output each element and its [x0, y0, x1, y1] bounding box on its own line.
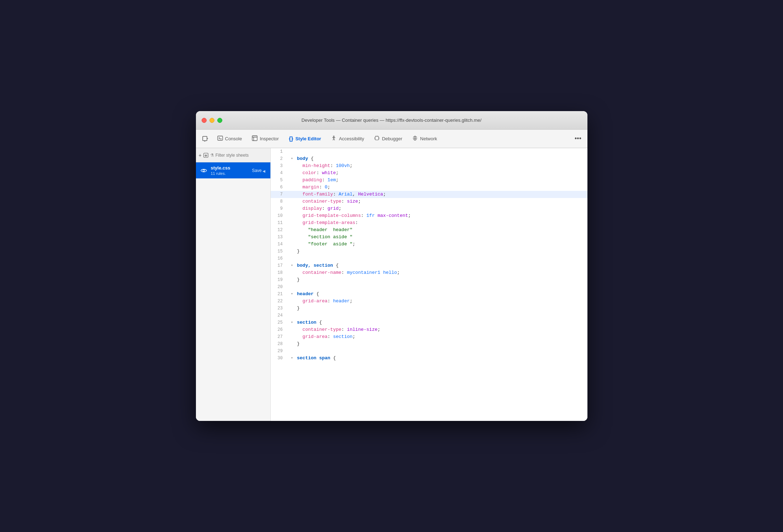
filter-input[interactable]	[216, 153, 269, 158]
code-line: 27 grid-area: section;	[271, 333, 587, 340]
save-button[interactable]: Save	[250, 167, 264, 174]
line-content[interactable]: "section aside "	[296, 234, 587, 241]
network-tab-label: Network	[420, 136, 437, 141]
line-content[interactable]: body {	[296, 155, 587, 162]
debugger-icon	[374, 135, 380, 142]
line-number: 1	[271, 148, 289, 155]
line-content[interactable]: grid-template-areas:	[296, 219, 587, 226]
line-content[interactable]: section span {	[296, 355, 587, 362]
selector-tool-button[interactable]	[199, 132, 212, 145]
code-line: 20	[271, 283, 587, 291]
line-gutter[interactable]: ▾	[289, 155, 296, 162]
tab-console[interactable]: Console	[213, 133, 247, 144]
line-content[interactable]: header {	[296, 291, 587, 298]
line-content[interactable]: grid-area: header;	[296, 298, 587, 305]
line-content[interactable]: body, section {	[296, 262, 587, 269]
line-content[interactable]: color: white;	[296, 169, 587, 177]
line-content[interactable]: }	[296, 305, 587, 312]
sidebar-toolbar: + ⚗ ⚙	[196, 148, 270, 162]
line-gutter[interactable]: ▾	[289, 355, 296, 362]
line-number: 24	[271, 312, 289, 319]
code-line: 26 container-type: inline-size;	[271, 326, 587, 333]
code-line: 4 color: white;	[271, 169, 587, 177]
sidebar: + ⚗ ⚙	[196, 148, 271, 421]
line-content[interactable]: grid-template-columns: 1fr max-content;	[296, 212, 587, 219]
code-line: 16	[271, 255, 587, 262]
tab-style-editor[interactable]: {} Style Editor	[285, 134, 326, 144]
network-svg	[412, 135, 418, 141]
line-content[interactable]: padding: 1em;	[296, 177, 587, 184]
console-icon	[217, 135, 223, 142]
line-content[interactable]: }	[296, 340, 587, 348]
line-number: 16	[271, 255, 289, 262]
line-gutter[interactable]: ▾	[289, 291, 296, 298]
line-number: 29	[271, 348, 289, 355]
line-number: 25	[271, 319, 289, 326]
code-line: 23}	[271, 305, 587, 312]
tab-debugger[interactable]: Debugger	[370, 133, 406, 144]
tab-inspector[interactable]: Inspector	[248, 133, 283, 144]
line-content[interactable]: font-family: Arial, Helvetica;	[296, 191, 587, 198]
debugger-tab-label: Debugger	[382, 136, 402, 141]
line-number: 12	[271, 226, 289, 234]
code-line: 28}	[271, 340, 587, 348]
import-icon	[203, 152, 209, 158]
line-number: 2	[271, 155, 289, 162]
line-number: 30	[271, 355, 289, 362]
more-button[interactable]: •••	[572, 132, 585, 145]
traffic-lights	[202, 118, 222, 123]
minimize-button[interactable]	[209, 118, 214, 123]
line-content[interactable]: section {	[296, 319, 587, 326]
svg-point-8	[333, 136, 335, 137]
line-content[interactable]: container-type: inline-size;	[296, 326, 587, 333]
close-button[interactable]	[202, 118, 207, 123]
code-line: 24	[271, 312, 587, 319]
line-content[interactable]: container-name: mycontainer1 hello;	[296, 269, 587, 276]
line-gutter[interactable]: ▾	[289, 262, 296, 269]
file-rules: 11 rules.	[211, 171, 250, 176]
line-content[interactable]: }	[296, 248, 587, 255]
code-line: 8 container-type: size;	[271, 198, 587, 205]
svg-point-22	[203, 169, 204, 171]
inspector-tab-label: Inspector	[260, 136, 279, 141]
code-editor[interactable]: 12▾body {3 min-height: 100vh;4 color: wh…	[271, 148, 587, 421]
line-content[interactable]: display: grid;	[296, 205, 587, 212]
file-info: style.css 11 rules.	[211, 165, 250, 176]
tab-accessibility[interactable]: Accessibility	[327, 133, 368, 144]
selector-icon	[202, 136, 208, 142]
line-number: 4	[271, 169, 289, 177]
line-content[interactable]: min-height: 100vh;	[296, 162, 587, 169]
code-line: 9 display: grid;	[271, 205, 587, 212]
import-stylesheet-button[interactable]	[203, 150, 209, 160]
console-svg	[217, 135, 223, 141]
code-line: 29	[271, 348, 587, 355]
line-number: 15	[271, 248, 289, 255]
code-line: 7 font-family: Arial, Helvetica;	[271, 191, 587, 198]
line-content[interactable]: grid-area: section;	[296, 333, 587, 340]
line-number: 9	[271, 205, 289, 212]
style-editor-icon: {}	[289, 136, 293, 142]
line-content[interactable]: container-type: size;	[296, 198, 587, 205]
line-number: 10	[271, 212, 289, 219]
code-line: 11 grid-template-areas:	[271, 219, 587, 226]
add-stylesheet-button[interactable]: +	[199, 150, 202, 160]
line-number: 5	[271, 177, 289, 184]
tab-network[interactable]: Network	[408, 133, 441, 144]
code-line: 19}	[271, 276, 587, 283]
stylesheet-item[interactable]: style.css 11 rules. Save	[196, 162, 270, 178]
filter-icon: ⚗	[210, 153, 214, 158]
line-gutter[interactable]: ▾	[289, 319, 296, 326]
code-line: 18 container-name: mycontainer1 hello;	[271, 269, 587, 276]
style-editor-tab-label: Style Editor	[295, 136, 321, 141]
line-content[interactable]: "footer aside ";	[296, 241, 587, 248]
line-content[interactable]: "header header"	[296, 226, 587, 234]
code-line: 15}	[271, 248, 587, 255]
line-content[interactable]: }	[296, 276, 587, 283]
line-content[interactable]: margin: 0;	[296, 184, 587, 191]
line-number: 26	[271, 326, 289, 333]
code-line: 30▾section span {	[271, 355, 587, 362]
line-number: 11	[271, 219, 289, 226]
code-line: 1	[271, 148, 587, 155]
maximize-button[interactable]	[217, 118, 222, 123]
line-number: 28	[271, 340, 289, 348]
